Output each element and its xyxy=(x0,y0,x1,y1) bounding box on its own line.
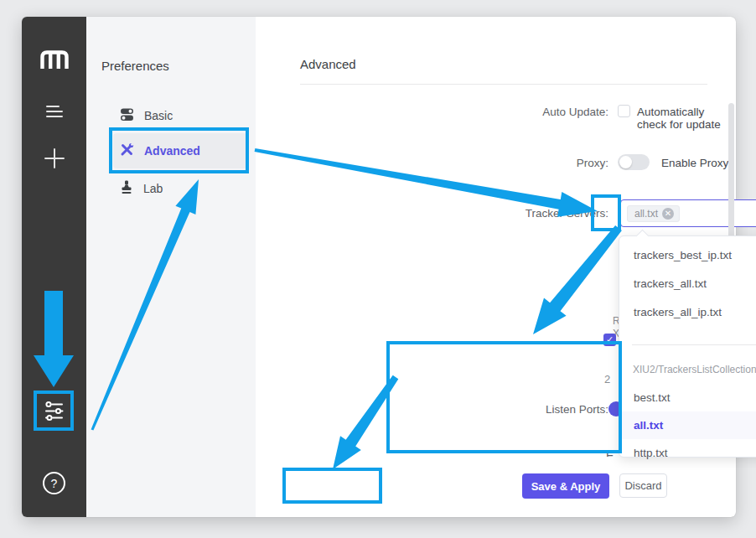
main-content: Advanced Auto Update: Automatically chec… xyxy=(256,17,736,517)
save-apply-button[interactable]: Save & Apply xyxy=(522,473,609,499)
app-window: ? Preferences Basic xyxy=(22,17,736,517)
dropdown-item[interactable]: trackers_all_ip.txt xyxy=(620,298,756,326)
lab-stamp-icon xyxy=(120,180,133,197)
toggles-icon xyxy=(120,107,134,124)
dropdown-item-selected[interactable]: all.txt ✓ xyxy=(620,411,756,439)
menu-item-advanced[interactable]: Advanced xyxy=(113,133,248,168)
add-task-icon[interactable] xyxy=(22,147,86,169)
tools-icon xyxy=(120,142,134,159)
task-list-icon[interactable] xyxy=(22,104,86,119)
menu-item-basic[interactable]: Basic xyxy=(113,99,248,132)
menu-item-lab[interactable]: Lab xyxy=(113,172,248,205)
occluded-text-fragment: E xyxy=(606,449,614,457)
occluded-purple-toggle xyxy=(608,401,619,416)
auto-update-checkbox-label: Automatically check for update xyxy=(637,106,736,131)
occluded-text-fragment: 2 xyxy=(604,373,610,385)
auto-update-label: Auto Update: xyxy=(483,106,608,118)
discard-button[interactable]: Discard xyxy=(619,473,667,498)
occluded-content: R X ✓ 2 E xyxy=(603,293,619,457)
app-sidebar: ? xyxy=(22,17,86,517)
occluded-text-fragment: R xyxy=(613,315,619,327)
page-title: Advanced xyxy=(300,57,356,71)
tracker-servers-select[interactable]: all.txt ✕ xyxy=(620,199,756,227)
menu-item-label: Advanced xyxy=(144,144,200,158)
dropdown-item[interactable]: trackers_all.txt xyxy=(620,270,756,297)
tag-remove-icon[interactable]: ✕ xyxy=(662,208,674,220)
preferences-sliders-icon[interactable] xyxy=(22,401,86,422)
proxy-label: Proxy: xyxy=(483,157,608,169)
title-divider xyxy=(300,84,707,85)
menu-item-label: Lab xyxy=(143,182,163,195)
tracker-servers-label: Tracker Servers: xyxy=(483,207,608,220)
motrix-logo xyxy=(22,49,86,70)
proxy-toggle[interactable] xyxy=(618,154,650,170)
dropdown-item[interactable]: best.txt xyxy=(620,384,756,411)
auto-update-checkbox[interactable] xyxy=(618,105,630,117)
preferences-title: Preferences xyxy=(101,59,169,73)
preferences-panel: Preferences Basic xyxy=(86,17,256,517)
dropdown-group-label: XIU2/TrackersListCollection xyxy=(633,364,756,375)
dropdown-pointer xyxy=(636,230,650,243)
tracker-select-dropdown: trackers_best_ip.txt trackers_all.txt tr… xyxy=(619,235,756,458)
menu-item-label: Basic xyxy=(144,109,173,122)
dropdown-item[interactable]: trackers_best_ip.txt xyxy=(620,241,756,269)
help-icon[interactable]: ? xyxy=(22,471,86,495)
question-glyph: ? xyxy=(51,477,58,490)
dropdown-divider xyxy=(632,344,756,345)
dropdown-item[interactable]: http.txt xyxy=(620,439,756,467)
toggle-knob xyxy=(619,156,632,168)
listen-ports-label: Listen Ports: xyxy=(483,403,608,416)
occluded-checked-checkbox: ✓ xyxy=(603,334,616,346)
proxy-toggle-label: Enable Proxy xyxy=(661,157,728,169)
selected-tag: all.txt ✕ xyxy=(627,205,680,222)
tag-label: all.txt xyxy=(634,208,658,220)
